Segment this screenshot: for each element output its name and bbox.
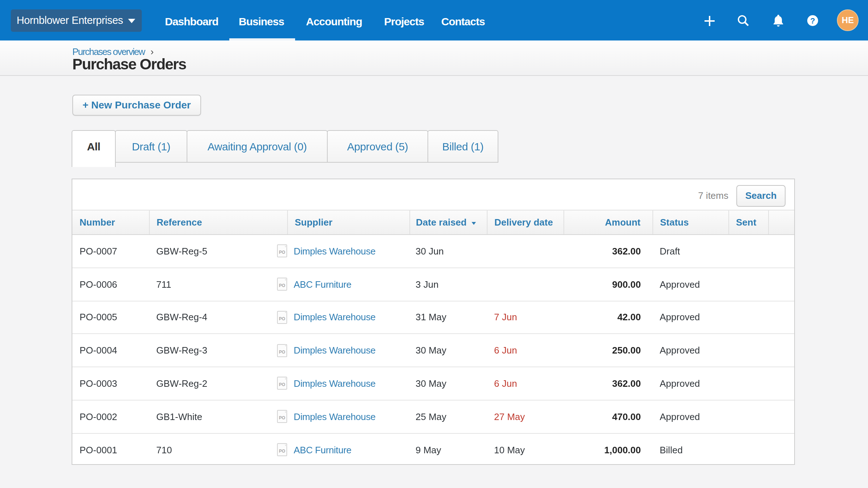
svg-text:?: ? — [810, 16, 815, 25]
